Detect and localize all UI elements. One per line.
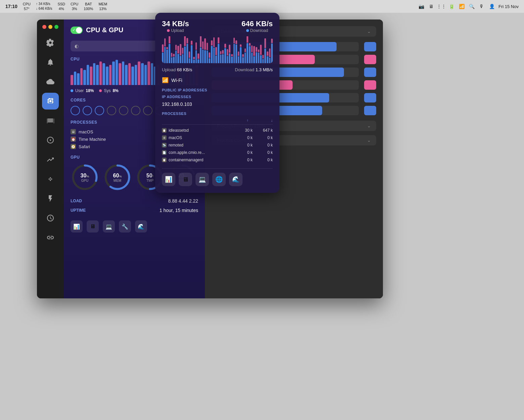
net-bar-upload: [213, 37, 215, 47]
net-bar-download: [245, 52, 246, 63]
camera-icon[interactable]: 📷: [418, 3, 425, 10]
proc-name: 🖥 macOS: [162, 135, 232, 140]
wifi-icon[interactable]: 📶: [458, 3, 465, 10]
popup-tool-2[interactable]: 💻: [195, 173, 209, 186]
panel-tool-2[interactable]: 💻: [103, 220, 115, 233]
search-icon[interactable]: 🔍: [468, 3, 475, 10]
proc-icon: 🖥: [162, 135, 167, 140]
net-bar-download: [215, 55, 217, 63]
net-bar-group: [211, 40, 213, 63]
net-bar-upload: [262, 55, 264, 58]
net-bar-upload: [251, 45, 253, 52]
siri-icon[interactable]: 🎙: [478, 3, 485, 10]
sidebar-item-cpu[interactable]: [42, 93, 59, 110]
popup-tool-3[interactable]: 🌐: [212, 173, 226, 186]
net-bar-upload: [218, 37, 219, 43]
settings-bar-button[interactable]: [364, 68, 376, 77]
process-name: Safari: [79, 144, 90, 149]
net-bar-download: [260, 55, 262, 63]
core-ring: [143, 106, 152, 115]
popup-tool-1[interactable]: 🖥: [179, 173, 192, 186]
sidebar-item-cloud[interactable]: [42, 73, 59, 90]
net-bar-download: [227, 56, 228, 63]
trending-icon: [46, 156, 54, 164]
sidebar-item-notifications[interactable]: [42, 54, 59, 71]
proc-down: 647 k: [253, 128, 273, 133]
net-bar-group: [242, 54, 244, 63]
core-ring: [131, 106, 140, 115]
panel-tool-1[interactable]: 🖥: [87, 220, 99, 233]
close-button[interactable]: [42, 25, 46, 29]
settings-bar-button[interactable]: [364, 55, 376, 64]
proc-name-text: macOS: [169, 135, 182, 140]
popup-toolbar: 📊🖥💻🌐🌊: [162, 168, 273, 186]
sidebar-item-performance[interactable]: [42, 151, 59, 168]
net-bar-group: [177, 46, 179, 63]
svg-rect-0: [49, 100, 51, 102]
net-bar-download: [209, 58, 210, 63]
net-bar-download: [253, 56, 255, 63]
user-icon[interactable]: 👤: [488, 3, 495, 10]
sidebar-item-settings[interactable]: [42, 34, 59, 51]
net-bar-group: [227, 49, 228, 63]
net-bar-group: [260, 45, 262, 63]
window-controls: [42, 25, 58, 29]
display-icon[interactable]: 🖥: [428, 3, 435, 10]
upload-speed: 34 KB/s: [162, 19, 189, 28]
net-bar-upload: [211, 40, 213, 45]
net-bar-group: [198, 53, 199, 63]
net-bar-download: [251, 52, 253, 63]
processes-net-section: PROCESSES: [162, 112, 273, 116]
net-bar-download: [256, 52, 257, 63]
legend-user: User 18%: [71, 88, 94, 93]
panel-tool-4[interactable]: 🌊: [135, 220, 147, 233]
sidebar-item-disk[interactable]: [42, 132, 59, 149]
sidebar-item-memory[interactable]: [42, 112, 59, 129]
net-totals: Upload 68 KB/s Download 1.3 MB/s: [162, 67, 273, 72]
settings-bar-button[interactable]: [364, 42, 376, 51]
grid-icon[interactable]: ⋮⋮: [438, 3, 445, 10]
panel-tool-3[interactable]: 🔧: [119, 220, 131, 233]
net-bar-group: [231, 54, 233, 63]
panel-tool-0[interactable]: 📊: [71, 220, 83, 233]
net-bar-download: [200, 47, 202, 63]
sidebar-item-clock[interactable]: [42, 210, 59, 226]
popup-tool-4[interactable]: 🌊: [229, 173, 243, 186]
proc-row: 📄 com.apple.cmio.re... 0 k 0 k: [162, 149, 273, 156]
net-bar-download: [175, 50, 177, 63]
net-bar-upload: [177, 46, 179, 53]
cpu-bar: [151, 63, 154, 85]
net-bar-download: [264, 48, 266, 63]
net-bar-download: [269, 57, 271, 63]
cpu-bar: [112, 61, 115, 85]
net-bar-group: [202, 41, 204, 63]
net-bar-upload: [175, 45, 177, 50]
gauge-name: GPU: [81, 178, 89, 182]
panel-toggle[interactable]: ✓: [71, 27, 83, 34]
settings-bar-button[interactable]: [364, 93, 376, 102]
cpu-bar: [125, 65, 128, 85]
net-bar-download: [258, 52, 260, 63]
net-bar-download: [235, 44, 237, 63]
cpu-icon: [46, 97, 54, 105]
net-bar-upload: [245, 48, 246, 52]
mem-value: 13%: [99, 6, 106, 11]
popup-tool-0[interactable]: 📊: [162, 173, 175, 186]
settings-bar-button[interactable]: [364, 106, 376, 115]
net-speeds: 34 KB/s Upload 646 KB/s Download: [162, 19, 273, 33]
net-bar-upload: [202, 41, 204, 49]
gauge-name: TMP: [146, 178, 154, 182]
minimize-button[interactable]: [48, 25, 52, 29]
core-ring: [119, 106, 128, 115]
cpu-bar: [74, 72, 77, 85]
sidebar-item-fan[interactable]: [42, 171, 59, 187]
gpu-gauge-mem: 60% MEM: [103, 163, 132, 192]
settings-bar-button[interactable]: [364, 80, 376, 90]
net-bar-group: [189, 51, 190, 63]
sidebar-item-link[interactable]: [42, 229, 59, 246]
sidebar-item-power[interactable]: [42, 190, 59, 207]
core-ring: [71, 106, 80, 115]
maximize-button[interactable]: [54, 25, 58, 29]
net-bar-download: [218, 44, 219, 63]
net-bar-upload: [238, 51, 239, 56]
